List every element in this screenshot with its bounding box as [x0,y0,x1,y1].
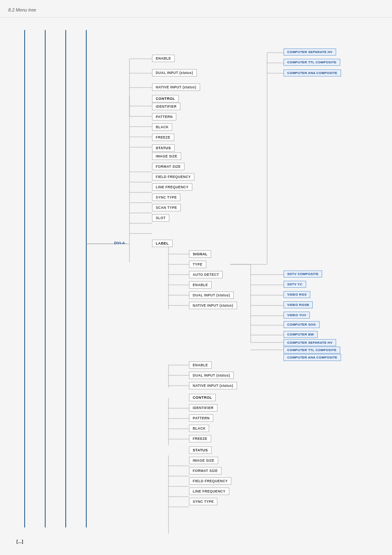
bot-identifier: IDENTIFIER [189,404,217,412]
top-type-computer-sep-hv: COMPUTER SEPARATE HV [284,49,336,56]
top-status: STATUS [152,144,175,152]
top-freeze: FREEZE [152,134,174,141]
top-type-computer-ttl-comp: COMPUTER TTL COMPOSITE [284,59,340,66]
tree-area: COMPUTER SEPARATE HV COMPUTER TTL COMPOS… [12,30,390,555]
bot-dual-input: DUAL INPUT (status) [189,372,234,379]
bot-field-frequency: FIELD FREQUENCY [189,477,231,485]
label-node: LABEL [152,240,173,247]
top-slot: SLOT [152,214,169,222]
bot-format-size: FORMAT SIZE [189,467,221,474]
top-field-frequency: FIELD FREQUENCY [152,173,194,180]
type-computer-sep-hv: COMPUTER SEPARATE HV [284,339,336,346]
type-video-rgsb: VIDEO RGSB [284,301,313,308]
bot-black: BLACK [189,425,209,432]
type-computer-ttl-comp: COMPUTER TTL COMPOSITE [284,347,340,354]
top-scan-type: SCAN TYPE [152,204,181,211]
sig-native-input: NATIVE INPUT (status) [189,302,237,309]
sig-enable: ENABLE [189,281,212,289]
bot-freeze: FREEZE [189,435,211,442]
top-black: BLACK [152,123,172,131]
type-sdtv-yc: SDTV YC [284,281,306,288]
page-header: 8.2 Menu tree [0,0,392,18]
top-format-size: FORMAT SIZE [152,163,184,170]
top-identifier: IDENTIFIER [152,103,180,110]
top-pattern: PATTERN [152,113,176,120]
signal-node: SIGNAL [189,250,211,258]
sig-type: TYPE [189,261,206,268]
top-sync-type: SYNC TYPE [152,194,180,201]
bot-image-size: IMAGE SIZE [189,457,218,464]
bot-pattern: PATTERN [189,414,213,422]
type-computer-sog: COMPUTER SOG [284,321,320,328]
top-enable: ENABLE [152,55,175,62]
top-control: CONTROL [152,95,179,102]
bot-status: STATUS [189,446,212,454]
top-dual-input: DUAL INPUT (status) [152,69,197,76]
sig-auto-detect: AUTO DETECT [189,271,223,278]
type-computer-bw: COMPUTER BW [284,331,318,338]
top-line-frequency: LINE FREQUENCY [152,183,192,191]
bot-native-input: NATIVE INPUT (status) [189,382,237,389]
sig-dual-input: DUAL INPUT (status) [189,291,234,299]
tree-wrapper: COMPUTER SEPARATE HV COMPUTER TTL COMPOS… [12,30,392,555]
bot-control: CONTROL [189,394,216,401]
top-image-size: IMAGE SIZE [152,153,181,160]
ellipsis: [...] [16,539,23,544]
bot-line-frequency: LINE FREQUENCY [189,488,229,495]
main-content: COMPUTER SEPARATE HV COMPUTER TTL COMPOS… [0,18,392,555]
bot-sync-type: SYNC TYPE [189,498,217,505]
bot-enable: ENABLE [189,361,212,369]
type-video-rgs: VIDEO RGS [284,291,310,298]
type-video-yuv: VIDEO YUV [284,312,310,319]
type-computer-ana-comp: COMPUTER ANA COMPOSITE [284,354,341,361]
page-title: 8.2 Menu tree [8,7,36,12]
dvi-a-label: DVI-A [111,240,128,246]
top-type-computer-ana-comp: COMPUTER ANA COMPOSITE [284,69,341,76]
type-sdtv-composite: SDTV COMPOSITE [284,271,322,278]
top-native-input: NATIVE INPUT (status) [152,83,200,91]
